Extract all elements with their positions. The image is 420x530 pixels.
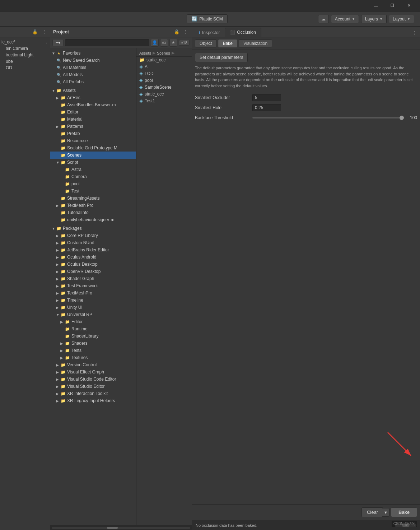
hierarchy-item-lod[interactable]: OD: [0, 65, 50, 71]
jetbrains-folder[interactable]: ▶ 📁 JetBrains Rider Editor: [50, 246, 136, 254]
maximize-button[interactable]: ❐: [384, 0, 401, 11]
all-materials[interactable]: 🔍 All Materials: [50, 64, 136, 71]
core-rp-folder[interactable]: ▶ 📁 Core RP Library: [50, 232, 136, 239]
tests-folder[interactable]: ▶ 📁 Tests: [50, 347, 136, 354]
star-filter-button[interactable]: ★: [169, 39, 177, 47]
oculus-desktop-folder[interactable]: ▶ 📁 Oculus Desktop: [50, 261, 136, 268]
unity-behavior-folder[interactable]: 📁 unitybehaviordesigner-m: [50, 216, 136, 223]
object-sub-tab[interactable]: Object: [195, 39, 217, 47]
new-saved-search[interactable]: 🔍 New Saved Search: [50, 57, 136, 64]
layout-button[interactable]: Layout ▼: [389, 15, 414, 23]
smallest-hole-row: Smallest Hole: [195, 104, 417, 112]
universal-editor-folder[interactable]: ▶ 📁 Editor: [50, 318, 136, 325]
inspector-tab[interactable]: ℹ Inspector: [193, 28, 225, 37]
recourcse-folder[interactable]: 📁 Recourcse: [50, 137, 136, 144]
all-prefabs[interactable]: 🔍 All Prefabs: [50, 78, 136, 85]
universal-rp-folder[interactable]: ▼ 📁 Universal RP: [50, 311, 136, 318]
breadcrumb-scenes[interactable]: Scenes: [157, 51, 170, 55]
slider-thumb[interactable]: [400, 116, 404, 120]
xr-interaction-folder[interactable]: ▶ 📁 XR Interaction Toolkit: [50, 390, 136, 397]
breadcrumb-assets[interactable]: Assets: [139, 51, 151, 55]
clear-button[interactable]: Clear: [361, 507, 383, 517]
textures-folder[interactable]: ▶ 📁 Textures: [50, 354, 136, 361]
material-folder[interactable]: 📁 Material: [50, 116, 136, 123]
textmeshpro-folder[interactable]: ▶ 📁 TextMeshPro: [50, 289, 136, 297]
assets-header[interactable]: ▼ 📁 Assets: [50, 87, 136, 94]
smallest-occluder-input[interactable]: [252, 94, 281, 101]
clear-button-group: Clear ▼: [361, 507, 389, 517]
close-button[interactable]: ✕: [401, 0, 417, 11]
tutorial-folder[interactable]: 📁 TutorialInfo: [50, 209, 136, 216]
visual-studio-editor-folder[interactable]: ▶ 📁 Visual Studio Editor: [50, 383, 136, 390]
astra-folder[interactable]: 📁 Astra: [50, 166, 136, 173]
openvr-folder[interactable]: ▶ 📁 OpenVR Desktop: [50, 268, 136, 275]
scene-item-lod[interactable]: ◈ LOD: [136, 70, 192, 77]
scenes-folder[interactable]: 📁 Scenes: [50, 152, 136, 159]
editor-folder[interactable]: 📁 Editor: [50, 108, 136, 116]
packages-header[interactable]: ▼ 📁 Packages: [50, 225, 136, 232]
clear-dropdown-button[interactable]: ▼: [382, 508, 389, 517]
patterns-folder[interactable]: ▶ 📁 Patterns: [50, 123, 136, 130]
vscode-editor-folder[interactable]: ▶ 📁 Visual Studio Code Editor: [50, 376, 136, 383]
hierarchy-item-camera[interactable]: ain Camera: [0, 45, 50, 52]
favorites-header[interactable]: ▼ ★ Favorites: [50, 50, 136, 57]
textmesh-folder[interactable]: ▶ 📁 TextMesh Pro: [50, 202, 136, 209]
custom-nunit-folder[interactable]: ▶ 📁 Custom NUnit: [50, 239, 136, 246]
scalable-folder[interactable]: 📁 Scalable Grid Prototype M: [50, 144, 136, 152]
set-default-parameters-button[interactable]: Set default parameters: [195, 53, 248, 62]
script-folder[interactable]: ▼ 📁 Script: [50, 159, 136, 166]
panel-options-button[interactable]: ⋮: [410, 29, 419, 37]
test-framework-folder[interactable]: ▶ 📁 Test Framework: [50, 282, 136, 289]
pool-folder[interactable]: 📁 pool: [50, 180, 136, 187]
scene-item-pool[interactable]: ◈ pool: [136, 77, 192, 84]
hierarchy-item-light[interactable]: irectional Light: [0, 52, 50, 58]
shader-graph-folder[interactable]: ▶ 📁 Shader Graph: [50, 275, 136, 282]
project-scrollbar[interactable]: [50, 525, 192, 530]
search-input[interactable]: [65, 39, 149, 46]
unity-ui-folder[interactable]: ▶ 📁 Unity UI: [50, 304, 136, 311]
artres-folder[interactable]: ▶ 📁 ArtRes: [50, 94, 136, 101]
version-control-folder[interactable]: ▶ 📁 Version Control: [50, 361, 136, 368]
hierarchy-item-cube[interactable]: ube: [0, 58, 50, 65]
assetbundles-folder[interactable]: 📁 AssetBundles-Browser-m: [50, 101, 136, 108]
minimize-button[interactable]: —: [368, 0, 384, 11]
xr-legacy-folder[interactable]: ▶ 📁 XR Legacy Input Helpers: [50, 397, 136, 404]
all-models[interactable]: 🔍 All Models: [50, 71, 136, 78]
lock-icon-project[interactable]: 🔓: [173, 28, 180, 36]
timeline-folder[interactable]: ▶ 📁 Timeline: [50, 297, 136, 304]
cloud-button[interactable]: ☁: [318, 15, 329, 23]
options-icon[interactable]: ⋮: [41, 28, 48, 36]
item-options-icon[interactable]: ⋮: [45, 40, 48, 44]
lock-icon[interactable]: 🔓: [31, 28, 38, 36]
scene-item-test1[interactable]: ◈ Test1: [136, 97, 192, 104]
scene-item-static-occ[interactable]: ◈ static_occ: [136, 90, 192, 97]
slider-track[interactable]: [252, 117, 402, 118]
add-button[interactable]: +▾: [52, 39, 64, 46]
find-button[interactable]: 👤: [151, 39, 159, 47]
shader-library-folder[interactable]: 📁 ShaderLibrary: [50, 333, 136, 340]
scene-item-a[interactable]: ◈ A: [136, 63, 192, 70]
oculus-android-folder[interactable]: ▶ 📁 Oculus Android: [50, 254, 136, 261]
scene-item-sample[interactable]: ◈ SampleScene: [136, 84, 192, 90]
options-icon-project[interactable]: ⋮: [182, 28, 189, 36]
smallest-hole-input[interactable]: [252, 104, 281, 111]
camera-folder[interactable]: 📁 Camera: [50, 173, 136, 180]
plastic-scm-button[interactable]: 🔄 Plastic SCM: [187, 14, 227, 23]
bake-button[interactable]: Bake: [391, 507, 417, 517]
shaders-folder[interactable]: ▶ 📁 Shaders: [50, 340, 136, 347]
hierarchy-item-ic-occ[interactable]: ic_occ* ⋮: [0, 39, 50, 45]
scene-item-static-occ-folder[interactable]: 📁 static_occ: [136, 57, 192, 63]
occlusion-tab[interactable]: ⬛ Occlusion: [225, 28, 261, 37]
test-folder[interactable]: 📁 Test: [50, 187, 136, 195]
universal-runtime-folder[interactable]: 📁 Runtime: [50, 325, 136, 333]
vs-editor-arrow: ▶: [56, 385, 60, 389]
visualization-sub-tab[interactable]: Visualization: [239, 39, 272, 47]
scene-icon-test1: ◈: [139, 98, 143, 103]
bake-sub-tab[interactable]: Bake: [218, 39, 237, 47]
prefab-folder[interactable]: 📁 Prefab: [50, 130, 136, 137]
visual-effect-folder[interactable]: ▶ 📁 Visual Effect Graph: [50, 368, 136, 376]
layers-button[interactable]: Layers ▼: [361, 15, 387, 23]
streaming-folder[interactable]: 📁 StreamingAssets: [50, 195, 136, 202]
filter-button[interactable]: 🏷: [160, 39, 168, 47]
account-button[interactable]: Account ▼: [331, 15, 359, 23]
